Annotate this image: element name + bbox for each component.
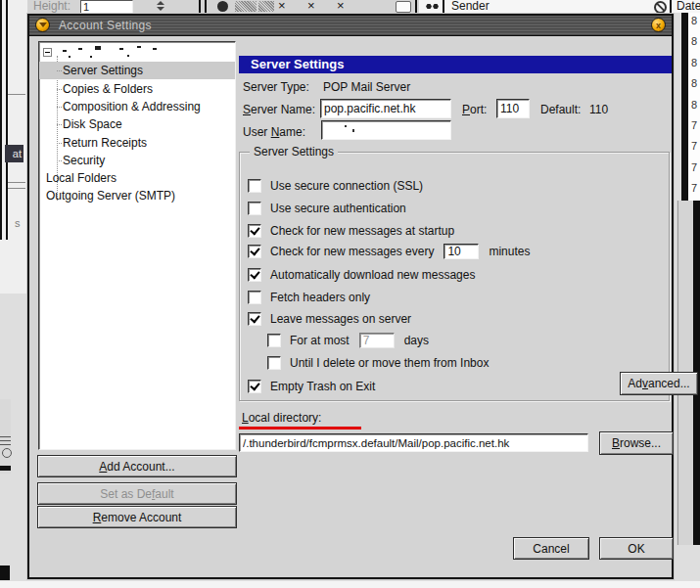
- number-input[interactable]: [443, 244, 479, 259]
- divider: [415, 0, 417, 13]
- number-input[interactable]: [359, 333, 395, 348]
- date-cell-fragment: 8: [691, 99, 697, 111]
- divider: [0, 444, 11, 445]
- sender-column-header[interactable]: Sender: [451, 0, 490, 13]
- checkbox[interactable]: [248, 179, 261, 193]
- window-shade-button[interactable]: [35, 18, 50, 32]
- tree-item-outgoing-server-smtp[interactable]: Outgoing Server (SMTP): [39, 187, 235, 204]
- background-partial-text: s: [15, 217, 21, 229]
- advanced-button[interactable]: Advanced...: [620, 372, 698, 395]
- port-input[interactable]: [496, 99, 530, 118]
- spinner-icon[interactable]: [155, 0, 166, 12]
- set-as-default-button: Set as Default: [37, 482, 237, 505]
- divider: [0, 440, 11, 441]
- checkbox[interactable]: [267, 356, 281, 370]
- record-icon[interactable]: [217, 1, 228, 12]
- tree-item-server-settings[interactable]: Server Settings: [39, 62, 235, 79]
- browse-button[interactable]: Browse...: [599, 431, 674, 455]
- checkbox-label: Fetch headers only: [270, 291, 370, 304]
- checkbox[interactable]: [248, 224, 261, 238]
- checkbox-label: For at most: [290, 334, 350, 347]
- window-border-line: [0, 0, 2, 240]
- toolbar-icon[interactable]: [258, 1, 274, 12]
- remove-account-button[interactable]: Remove Account: [37, 506, 237, 528]
- tree-item-label: Security: [63, 154, 105, 167]
- server-type-label: Server Type:: [243, 80, 309, 94]
- checkbox-label: Check for new messages at startup: [270, 224, 454, 238]
- date-cell-fragment: 8: [691, 35, 697, 47]
- date-cell-fragment: 7: [691, 140, 697, 152]
- date-column-header[interactable]: Date: [677, 0, 700, 13]
- option-row: Leave messages on server: [248, 310, 411, 327]
- server-name-input[interactable]: [320, 99, 451, 118]
- height-label: Height:: [33, 0, 70, 13]
- height-input[interactable]: 1: [80, 0, 133, 13]
- date-cell-fragment: 8: [691, 57, 697, 68]
- checkbox[interactable]: [248, 245, 261, 258]
- checkbox[interactable]: [248, 202, 261, 215]
- toolbar-icon[interactable]: [235, 1, 257, 12]
- checkbox-label: Use secure connection (SSL): [270, 179, 423, 193]
- server-name-label: Server Name:: [243, 103, 315, 116]
- tree-item-label: Disk Space: [63, 117, 122, 131]
- checkbox-label: Leave messages on server: [270, 312, 411, 326]
- tree-item-copies-folders[interactable]: Copies & Folders: [39, 80, 235, 98]
- divider: [0, 436, 11, 437]
- redaction-mark: [352, 129, 354, 132]
- tree-item-disk-space[interactable]: Disk Space: [39, 115, 235, 133]
- divider: [8, 182, 25, 183]
- note-icon[interactable]: [396, 1, 411, 13]
- local-directory-label: Local directory:: [242, 411, 321, 425]
- input-suffix-label: minutes: [489, 245, 530, 258]
- redacted-account-name: [59, 47, 171, 59]
- annotation-underline: [239, 427, 361, 430]
- tree-item-label: Composition & Addressing: [63, 100, 201, 113]
- binoculars-icon[interactable]: [425, 2, 440, 11]
- group-legend: Server Settings: [250, 145, 338, 158]
- redaction-mark: [345, 125, 347, 127]
- option-row: Use secure connection (SSL): [248, 177, 423, 194]
- close-mark-icon[interactable]: ×: [278, 0, 286, 13]
- checkbox-label: Check for new messages every: [270, 245, 434, 258]
- tree-item-local-folders[interactable]: Local Folders: [39, 169, 235, 187]
- ok-button[interactable]: OK: [599, 537, 674, 560]
- dialog-title: Account Settings: [59, 19, 152, 32]
- background-left-fragments: at s: [0, 0, 27, 294]
- port-default-label: Default:: [540, 103, 581, 116]
- background-toolbar: Height: 1 × × × Sender Date: [0, 0, 700, 13]
- date-cell-fragment: 7: [691, 119, 697, 131]
- date-cell-fragment: 8: [691, 77, 697, 89]
- collapse-toggle-icon[interactable]: [43, 48, 52, 57]
- checkbox-label: Automatically download new messages: [270, 268, 475, 282]
- checkbox-label: Use secure authentication: [270, 202, 406, 215]
- divider: [8, 94, 25, 95]
- checkbox[interactable]: [248, 312, 261, 326]
- background-bottom-band: [0, 581, 700, 588]
- cancel-button[interactable]: Cancel: [513, 537, 589, 560]
- checkbox[interactable]: [248, 268, 261, 282]
- add-account-button[interactable]: Add Account...: [37, 455, 237, 477]
- user-name-input[interactable]: [321, 120, 451, 140]
- window-close-button[interactable]: x: [651, 18, 666, 32]
- close-mark-icon[interactable]: ×: [307, 0, 315, 13]
- window-border-line: [6, 0, 8, 240]
- local-directory-input[interactable]: [239, 433, 588, 452]
- tree-item-label: Outgoing Server (SMTP): [46, 189, 175, 203]
- tree-item-composition-addressing[interactable]: Composition & Addressing: [39, 98, 235, 115]
- option-row: Check for new messages everyminutes: [248, 243, 530, 259]
- divider: [443, 0, 444, 13]
- background-window-border: [681, 13, 688, 201]
- tree-item-label: Server Settings: [63, 64, 143, 77]
- checkbox[interactable]: [248, 380, 261, 393]
- option-row: For at mostdays: [267, 332, 429, 348]
- dialog-titlebar[interactable]: Account Settings x: [29, 16, 672, 36]
- tree-item-account-root[interactable]: [39, 44, 235, 62]
- tree-item-security[interactable]: Security: [39, 152, 235, 169]
- close-mark-icon[interactable]: ×: [337, 0, 345, 13]
- checkbox[interactable]: [267, 334, 281, 347]
- account-settings-dialog: Account Settings x Server SettingsCopies…: [27, 14, 674, 579]
- checkbox-label: Until I delete or move them from Inbox: [290, 356, 489, 370]
- checkbox[interactable]: [248, 291, 261, 304]
- tree-item-return-receipts[interactable]: Return Receipts: [39, 134, 235, 152]
- accounts-tree[interactable]: Server SettingsCopies & FoldersCompositi…: [38, 41, 236, 450]
